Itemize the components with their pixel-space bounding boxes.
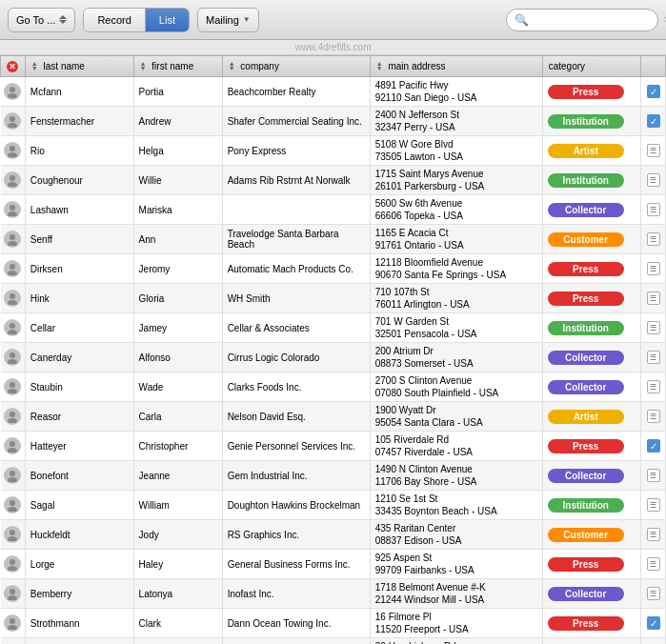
- list-tab[interactable]: List: [146, 9, 189, 31]
- goto-button[interactable]: Go To ...: [8, 8, 75, 32]
- table-row[interactable]: Fenstermacher Andrew Shafer Commercial S…: [1, 107, 666, 136]
- checkbox-checked-icon[interactable]: ✓: [647, 439, 660, 453]
- list-icon[interactable]: ☰: [647, 173, 660, 187]
- first-name-cell: Alfonso: [133, 343, 222, 372]
- checkbox-cell[interactable]: ✓: [641, 107, 666, 136]
- address-line2: 91761 Ontario - USA: [375, 239, 537, 252]
- checkbox-cell[interactable]: ☰: [641, 136, 666, 166]
- table-row[interactable]: Strothmann Clark Dann Ocean Towing Inc. …: [1, 609, 666, 638]
- company-cell: RS Graphics Inc.: [222, 520, 370, 550]
- table-row[interactable]: Senff Ann Travelodge Santa Barbara Beach…: [1, 225, 666, 254]
- checkbox-cell[interactable]: ✓: [641, 77, 666, 107]
- table-row[interactable]: Lashawn Mariska 5600 Sw 6th Avenue 66606…: [1, 195, 666, 225]
- goto-arrow-icon: [59, 15, 67, 24]
- checkbox-cell[interactable]: ☰: [641, 638, 666, 645]
- table-row[interactable]: Sagal William Doughton Hawkins Brockelma…: [1, 491, 666, 520]
- list-icon[interactable]: ☰: [647, 528, 660, 541]
- col-header-company[interactable]: ▲▼ company: [222, 56, 370, 77]
- company-cell: Cellar & Associates: [222, 313, 370, 343]
- table-row[interactable]: Hatteyer Christopher Genie Personnel Ser…: [1, 432, 666, 461]
- svg-point-22: [10, 412, 15, 417]
- company-cell: General Business Forms Inc.: [222, 550, 370, 579]
- address-line2: 92110 San Diego - USA: [375, 91, 537, 104]
- address-line1: 435 Raritan Center: [375, 522, 537, 534]
- table-row[interactable]: Canerday Alfonso Cirrus Logic Colorado 2…: [1, 343, 666, 372]
- checkbox-checked-icon[interactable]: ✓: [647, 616, 660, 630]
- table-row[interactable]: Lorge Haley General Business Forms Inc. …: [1, 550, 666, 579]
- list-icon[interactable]: ☰: [647, 587, 660, 600]
- table-row[interactable]: Coughenour Willie Adams Rib Rstrnt At No…: [1, 166, 666, 195]
- mailing-dropdown[interactable]: Mailing ▼: [197, 8, 259, 32]
- record-tab[interactable]: Record: [84, 9, 145, 31]
- list-icon[interactable]: ☰: [647, 321, 660, 334]
- checkbox-cell[interactable]: ✓: [641, 609, 666, 638]
- address-line1: 4891 Pacific Hwy: [375, 79, 537, 91]
- table-row[interactable]: Cellar Jamey Cellar & Associates 701 W G…: [1, 313, 666, 343]
- table-row[interactable]: Bonefont Jeanne Gem Industrial Inc. 1490…: [1, 461, 666, 491]
- address-cell: 105 Riverdale Rd 07457 Riverdale - USA: [370, 432, 542, 461]
- checkbox-cell[interactable]: ☰: [641, 195, 666, 225]
- col-header-lastname[interactable]: ▲▼ last name: [25, 56, 133, 77]
- search-box[interactable]: 🔍 ✕: [506, 9, 658, 31]
- table-row[interactable]: Broekemeier Sara Joseph Perkins Inc. 80 …: [1, 638, 666, 645]
- checkbox-cell[interactable]: ☰: [641, 402, 666, 432]
- col-header-check: [641, 56, 666, 77]
- address-line1: 80 Hendrickson Rd: [375, 640, 537, 644]
- list-icon[interactable]: ☰: [647, 262, 660, 275]
- checkbox-cell[interactable]: ☰: [641, 520, 666, 550]
- list-icon[interactable]: ☰: [647, 144, 660, 157]
- table-row[interactable]: Rio Helga Pony Express 5108 W Gore Blvd …: [1, 136, 666, 166]
- list-icon[interactable]: ☰: [647, 292, 660, 305]
- table-row[interactable]: Reasor Carla Nelson David Esq. 1900 Wyat…: [1, 402, 666, 432]
- table-row[interactable]: Staubin Wade Clarks Foods Inc. 2700 S Cl…: [1, 372, 666, 402]
- list-icon[interactable]: ☰: [647, 380, 660, 393]
- address-line2: 07080 South Plainfield - USA: [375, 387, 537, 399]
- checkbox-cell[interactable]: ☰: [641, 343, 666, 372]
- address-line2: 99709 Fairbanks - USA: [375, 564, 537, 576]
- list-icon[interactable]: ☰: [647, 351, 660, 364]
- col-header-address[interactable]: ▲▼ main address: [370, 56, 542, 77]
- checkbox-checked-icon[interactable]: ✓: [647, 85, 660, 98]
- checkbox-cell[interactable]: ☰: [641, 313, 666, 343]
- svg-point-30: [10, 530, 15, 535]
- checkbox-cell[interactable]: ☰: [641, 284, 666, 313]
- list-icon[interactable]: ☰: [647, 557, 660, 571]
- table-row[interactable]: Bemberry Latonya Inofast Inc. 1718 Belmo…: [1, 579, 666, 609]
- table-header-row: ✕ ▲▼ last name ▲▼ first name ▲▼ company …: [1, 56, 666, 77]
- checkbox-cell[interactable]: ☰: [641, 550, 666, 579]
- avatar: [4, 526, 21, 543]
- avatar: [4, 83, 21, 100]
- svg-point-29: [8, 507, 17, 512]
- company-cell: Clarks Foods Inc.: [222, 372, 370, 402]
- checkbox-cell[interactable]: ☰: [641, 254, 666, 284]
- checkbox-cell[interactable]: ✓: [641, 432, 666, 461]
- address-cell: 925 Aspen St 99709 Fairbanks - USA: [370, 550, 542, 579]
- checkbox-checked-icon[interactable]: ✓: [647, 114, 660, 128]
- table-row[interactable]: Dirksen Jeromy Automatic Mach Products C…: [1, 254, 666, 284]
- col-header-firstname[interactable]: ▲▼ first name: [133, 56, 222, 77]
- list-icon[interactable]: ☰: [647, 203, 660, 216]
- list-icon[interactable]: ☰: [647, 498, 660, 512]
- data-table-container[interactable]: ✕ ▲▼ last name ▲▼ first name ▲▼ company …: [0, 55, 666, 644]
- address-cell: 16 Filmore Pl 11520 Freeport - USA: [370, 609, 542, 638]
- checkbox-cell[interactable]: ☰: [641, 225, 666, 254]
- col-header-category[interactable]: category: [542, 56, 640, 77]
- svg-point-32: [10, 559, 15, 565]
- list-icon[interactable]: ☰: [647, 232, 660, 246]
- table-row[interactable]: Hink Gloria WH Smith 710 107th St 76011 …: [1, 284, 666, 313]
- checkbox-cell[interactable]: ☰: [641, 372, 666, 402]
- category-badge: Customer: [548, 528, 624, 542]
- category-badge: Institution: [548, 173, 624, 188]
- table-row[interactable]: Mcfann Portia Beachcomber Realty 4891 Pa…: [1, 77, 666, 107]
- checkbox-cell[interactable]: ☰: [641, 166, 666, 195]
- checkbox-cell[interactable]: ☰: [641, 579, 666, 609]
- company-cell: Travelodge Santa Barbara Beach: [222, 225, 370, 254]
- table-row[interactable]: Huckfeldt Jody RS Graphics Inc. 435 Rari…: [1, 520, 666, 550]
- sort-arrows-icon: ▲▼: [140, 62, 147, 71]
- list-icon[interactable]: ☰: [647, 410, 660, 423]
- category-cell: Customer: [542, 225, 640, 254]
- list-icon[interactable]: ☰: [647, 469, 660, 482]
- checkbox-cell[interactable]: ☰: [641, 461, 666, 491]
- checkbox-cell[interactable]: ☰: [641, 491, 666, 520]
- search-input[interactable]: [532, 14, 663, 26]
